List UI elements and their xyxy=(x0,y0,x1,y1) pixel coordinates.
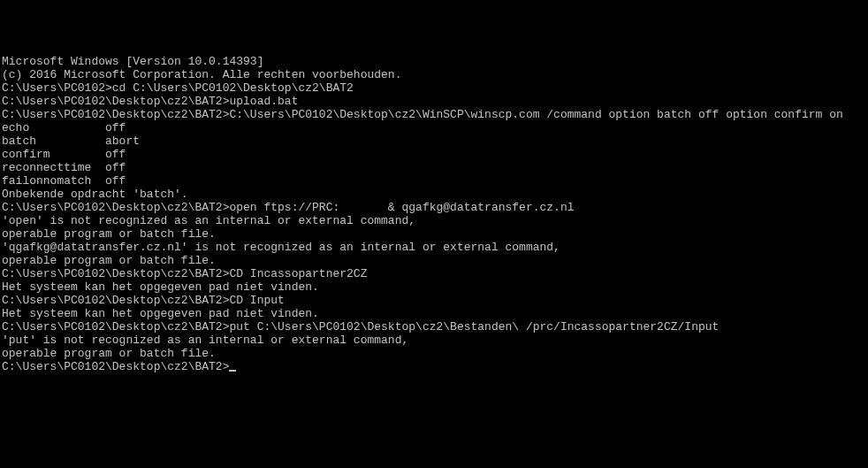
current-prompt[interactable]: C:\Users\PC0102\Desktop\cz2\BAT2> xyxy=(2,360,866,373)
error-line: 'put' is not recognized as an internal o… xyxy=(2,334,866,347)
prompt-line: C:\Users\PC0102\Desktop\cz2\BAT2>put C:\… xyxy=(2,320,866,334)
output-line: Onbekende opdracht 'batch'. xyxy=(2,188,866,201)
output-line: echo off xyxy=(2,121,866,134)
output-line: confirm off xyxy=(2,148,866,161)
prompt-line: C:\Users\PC0102>cd C:\Users\PC0102\Deskt… xyxy=(2,81,866,95)
error-line: operable program or batch file. xyxy=(2,347,866,360)
prompt-text: C:\Users\PC0102\Desktop\cz2\BAT2> xyxy=(2,360,229,373)
terminal-output[interactable]: Microsoft Windows [Version 10.0.14393](c… xyxy=(2,55,866,373)
prompt-line: C:\Users\PC0102\Desktop\cz2\BAT2>CD Inpu… xyxy=(2,294,866,307)
prompt-line: C:\Users\PC0102\Desktop\cz2\BAT2>upload.… xyxy=(2,95,866,108)
output-line: reconnecttime off xyxy=(2,161,866,174)
output-line: failonnomatch off xyxy=(2,174,866,188)
output-line: Microsoft Windows [Version 10.0.14393] xyxy=(2,55,866,68)
error-line: 'open' is not recognized as an internal … xyxy=(2,214,866,227)
cursor xyxy=(229,370,236,372)
error-line: operable program or batch file. xyxy=(2,254,866,267)
prompt-line: C:\Users\PC0102\Desktop\cz2\BAT2>CD Inca… xyxy=(2,267,866,280)
error-line: operable program or batch file. xyxy=(2,227,866,241)
output-line: batch abort xyxy=(2,134,866,148)
prompt-line: C:\Users\PC0102\Desktop\cz2\BAT2>C:\User… xyxy=(2,108,866,121)
error-line: 'qgafkg@datatransfer.cz.nl' is not recog… xyxy=(2,241,866,254)
error-line: Het systeem kan het opgegeven pad niet v… xyxy=(2,307,866,320)
error-line: Het systeem kan het opgegeven pad niet v… xyxy=(2,280,866,294)
output-line: (c) 2016 Microsoft Corporation. Alle rec… xyxy=(2,68,866,81)
prompt-line: C:\Users\PC0102\Desktop\cz2\BAT2>open ft… xyxy=(2,201,866,214)
